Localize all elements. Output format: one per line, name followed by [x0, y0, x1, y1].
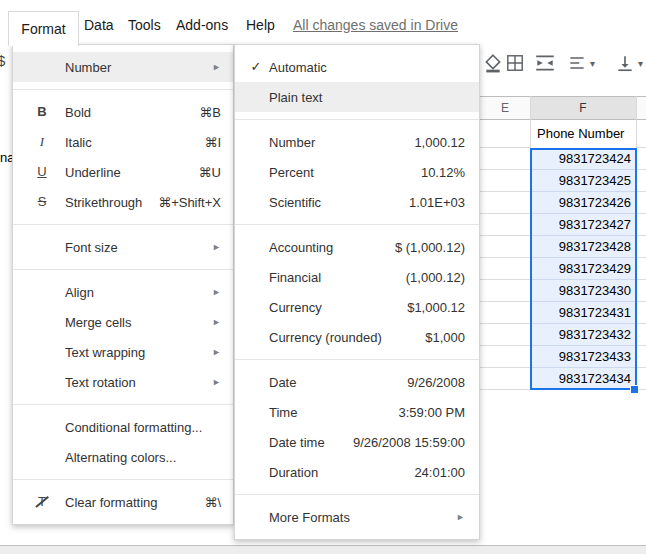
menu-item-shortcut: ⌘\ [204, 495, 221, 510]
cell-f1-header[interactable]: Phone Number [531, 120, 636, 148]
submenu-item-label: Date [269, 375, 296, 390]
menu-item-label: Underline [65, 165, 121, 180]
menu-item-text-rotation[interactable]: Text rotation ► [13, 367, 233, 397]
menu-item-label: Italic [65, 135, 92, 150]
cell-f5[interactable]: 9831723427 [531, 214, 636, 236]
menu-item-label: Clear formatting [65, 495, 157, 510]
format-example: (1,000.12) [406, 270, 465, 285]
merge-cells-icon[interactable] [534, 52, 556, 74]
cell-f9[interactable]: 9831723431 [531, 302, 636, 324]
column-header-e[interactable]: E [480, 96, 530, 120]
cell-f2[interactable]: 9831723424 [531, 148, 636, 170]
fill-handle[interactable] [630, 385, 639, 394]
submenu-item-label: Time [269, 405, 297, 420]
menu-help[interactable]: Help [246, 15, 275, 35]
submenu-arrow-icon: ► [212, 367, 221, 397]
menu-item-clear-formatting[interactable]: T Clear formatting ⌘\ [13, 487, 233, 517]
submenu-item-percent[interactable]: Percent 10.12% [235, 157, 479, 187]
menu-item-font-size[interactable]: Font size ► [13, 232, 233, 262]
submenu-item-automatic[interactable]: ✓ Automatic [235, 52, 479, 82]
menu-item-label: Text wrapping [65, 345, 145, 360]
menu-item-merge-cells[interactable]: Merge cells ► [13, 307, 233, 337]
menu-item-label: Strikethrough [65, 195, 142, 210]
column-header-f[interactable]: F [530, 96, 636, 120]
gridline [480, 96, 646, 97]
format-example: 9/26/2008 15:59:00 [353, 435, 465, 450]
menu-item-shortcut: ⌘B [199, 105, 221, 120]
currency-format-button-fragment[interactable]: $ [0, 52, 5, 69]
menu-item-align[interactable]: Align ► [13, 277, 233, 307]
menu-item-number[interactable]: Number ► [13, 52, 233, 82]
gridline [636, 96, 637, 390]
format-example: 24:01:00 [414, 465, 465, 480]
submenu-item-currency[interactable]: Currency $1,000.12 [235, 292, 479, 322]
submenu-item-plain-text[interactable]: Plain text [235, 82, 479, 112]
menu-item-label: Font size [65, 240, 118, 255]
submenu-item-label: Percent [269, 165, 314, 180]
menu-item-alternating-colors[interactable]: Alternating colors... [13, 442, 233, 472]
menu-separator [13, 89, 233, 90]
fill-color-icon[interactable] [482, 52, 504, 74]
menu-item-label: Number [65, 60, 111, 75]
menu-addons[interactable]: Add-ons [176, 15, 228, 35]
menu-data[interactable]: Data [84, 15, 114, 35]
submenu-item-label: Currency [269, 300, 322, 315]
menu-item-bold[interactable]: B Bold ⌘B [13, 97, 233, 127]
vertical-align-caret-icon[interactable]: ▾ [638, 58, 643, 69]
format-example: 1.01E+03 [409, 195, 465, 210]
cell-f7[interactable]: 9831723429 [531, 258, 636, 280]
submenu-item-financial[interactable]: Financial (1,000.12) [235, 262, 479, 292]
submenu-item-number[interactable]: Number 1,000.12 [235, 127, 479, 157]
google-sheets-window: $ na ▾ ▾ E F Phone Number 9831723424 983… [0, 0, 646, 554]
menu-item-conditional-formatting[interactable]: Conditional formatting... [13, 412, 233, 442]
strikethrough-icon: S [33, 187, 51, 217]
horizontal-align-caret-icon[interactable]: ▾ [590, 58, 595, 69]
menu-separator [235, 494, 479, 495]
underline-icon: U [33, 157, 51, 187]
submenu-item-currency-rounded[interactable]: Currency (rounded) $1,000 [235, 322, 479, 352]
submenu-item-duration[interactable]: Duration 24:01:00 [235, 457, 479, 487]
cell-f12[interactable]: 9831723434 [531, 368, 636, 390]
menu-separator [235, 359, 479, 360]
cell-f8[interactable]: 9831723430 [531, 280, 636, 302]
format-menu: Number ► B Bold ⌘B I Italic ⌘I U Underli… [12, 44, 234, 525]
submenu-item-date[interactable]: Date 9/26/2008 [235, 367, 479, 397]
save-status-link[interactable]: All changes saved in Drive [293, 15, 458, 35]
cell-f6[interactable]: 9831723428 [531, 236, 636, 258]
cell-f10[interactable]: 9831723432 [531, 324, 636, 346]
submenu-item-label: Automatic [269, 60, 327, 75]
menu-format[interactable]: Format [8, 11, 79, 46]
menu-item-text-wrapping[interactable]: Text wrapping ► [13, 337, 233, 367]
menu-item-label: Conditional formatting... [65, 420, 202, 435]
submenu-item-accounting[interactable]: Accounting $ (1,000.12) [235, 232, 479, 262]
submenu-item-label: Plain text [269, 90, 322, 105]
format-example: 3:59:00 PM [399, 405, 466, 420]
submenu-item-scientific[interactable]: Scientific 1.01E+03 [235, 187, 479, 217]
menu-item-label: Alternating colors... [65, 450, 176, 465]
submenu-arrow-icon: ► [456, 502, 465, 532]
menu-item-underline[interactable]: U Underline ⌘U [13, 157, 233, 187]
submenu-item-label: Duration [269, 465, 318, 480]
format-example: 1,000.12 [414, 135, 465, 150]
vertical-align-icon[interactable] [614, 52, 636, 74]
number-format-submenu: ✓ Automatic Plain text Number 1,000.12 P… [234, 44, 480, 540]
cell-f4[interactable]: 9831723426 [531, 192, 636, 214]
submenu-arrow-icon: ► [212, 337, 221, 367]
submenu-item-time[interactable]: Time 3:59:00 PM [235, 397, 479, 427]
menu-tools[interactable]: Tools [128, 15, 161, 35]
submenu-arrow-icon: ► [212, 52, 221, 82]
horizontal-align-icon[interactable] [566, 52, 588, 74]
menu-item-strikethrough[interactable]: S Strikethrough ⌘+Shift+X [13, 187, 233, 217]
cell-f3[interactable]: 9831723425 [531, 170, 636, 192]
cell-f11[interactable]: 9831723433 [531, 346, 636, 368]
menu-separator [235, 224, 479, 225]
menu-item-shortcut: ⌘+Shift+X [158, 195, 221, 210]
bold-icon: B [33, 97, 51, 127]
menu-item-italic[interactable]: I Italic ⌘I [13, 127, 233, 157]
submenu-item-date-time[interactable]: Date time 9/26/2008 15:59:00 [235, 427, 479, 457]
submenu-item-more-formats[interactable]: More Formats ► [235, 502, 479, 532]
format-example: 9/26/2008 [407, 375, 465, 390]
bottom-bar [0, 545, 646, 554]
submenu-item-label: Financial [269, 270, 321, 285]
borders-icon[interactable] [504, 52, 526, 74]
